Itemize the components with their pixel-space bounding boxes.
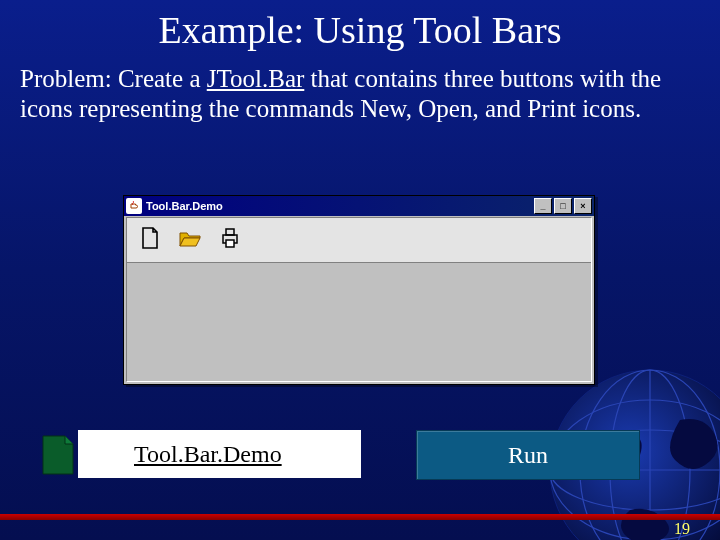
source-link-button[interactable]: Tool.Bar.Demo xyxy=(78,430,361,478)
problem-prefix: Problem: Create a xyxy=(20,65,207,92)
action-row: Tool.Bar.Demo Run xyxy=(78,430,638,478)
toolbar-button-open[interactable] xyxy=(171,221,209,259)
demo-window: Tool.Bar.Demo _ □ × xyxy=(123,195,595,385)
problem-underlined: JTool.Bar xyxy=(207,65,305,92)
print-icon xyxy=(218,226,242,254)
maximize-button[interactable]: □ xyxy=(554,198,572,214)
toolbar-button-print[interactable] xyxy=(211,221,249,259)
close-button[interactable]: × xyxy=(574,198,592,214)
slide-title: Example: Using Tool Bars xyxy=(0,0,720,52)
open-folder-icon xyxy=(178,226,202,254)
svg-rect-8 xyxy=(226,229,234,235)
window-titlebar: Tool.Bar.Demo _ □ × xyxy=(124,196,594,216)
run-button-label: Run xyxy=(508,442,548,469)
page-number: 19 xyxy=(674,520,690,538)
footer-divider xyxy=(0,514,720,520)
presentation-slide: Example: Using Tool Bars Problem: Create… xyxy=(0,0,720,540)
toolbar xyxy=(127,218,591,263)
svg-rect-9 xyxy=(226,240,234,247)
java-cup-icon xyxy=(126,198,142,214)
run-button[interactable]: Run xyxy=(416,430,640,480)
minimize-button[interactable]: _ xyxy=(534,198,552,214)
source-link-label: Tool.Bar.Demo xyxy=(78,441,282,468)
window-client-area xyxy=(126,217,592,382)
slide-body: Problem: Create a JTool.Bar that contain… xyxy=(0,52,720,123)
document-icon xyxy=(39,434,77,480)
new-file-icon xyxy=(138,226,162,254)
toolbar-button-new[interactable] xyxy=(131,221,169,259)
window-title-text: Tool.Bar.Demo xyxy=(146,200,532,212)
